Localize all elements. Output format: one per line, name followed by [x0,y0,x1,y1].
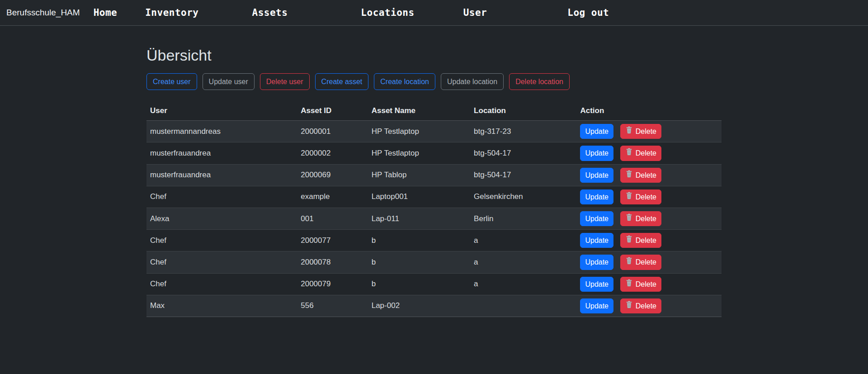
update-button-label: Update [585,170,609,180]
delete-button-label: Delete [636,257,656,267]
nav-item: User [463,7,487,18]
cell-action: Update Delete [576,208,722,229]
nav-link[interactable]: Log out [567,7,609,18]
cell-action: Update Delete [576,142,722,164]
toolbar-button[interactable]: Create user [146,73,197,90]
cell-asset-id: 2000002 [297,142,368,164]
trash-icon [625,301,633,311]
delete-button[interactable]: Delete [620,255,661,270]
trash-icon [625,148,633,158]
nav-link[interactable]: Inventory [145,7,198,18]
cell-action: Update Delete [576,121,722,142]
cell-asset-id: 556 [297,295,368,317]
trash-icon [625,192,633,202]
update-button[interactable]: Update [580,277,613,292]
cell-asset-name: HP Tablop [368,164,470,186]
delete-button[interactable]: Delete [620,277,661,292]
cell-user: Alexa [146,208,297,229]
update-button[interactable]: Update [580,146,613,161]
delete-button[interactable]: Delete [620,146,661,161]
nav-list: Home Inventory Assets Locations User Log… [94,7,609,18]
cell-asset-name: Laptop001 [368,186,470,208]
delete-button-label: Delete [636,148,656,158]
update-button[interactable]: Update [580,233,613,248]
toolbar-button[interactable]: Update user [203,73,255,90]
update-button[interactable]: Update [580,298,613,313]
nav-link[interactable]: Home [94,7,118,18]
toolbar-button[interactable]: Create asset [315,73,369,90]
delete-button[interactable]: Delete [620,189,661,204]
cell-asset-name: b [368,230,470,251]
update-button[interactable]: Update [580,211,613,226]
cell-user: musterfrauandrea [146,142,297,164]
cell-asset-id: 2000077 [297,230,368,251]
cell-asset-id: 2000079 [297,273,368,295]
table-row: Chef example Laptop001 Gelsenkirchen Upd… [146,186,722,208]
cell-action: Update Delete [576,230,722,251]
navbar-brand[interactable]: Berufsschule_HAM [6,8,80,18]
cell-location: btg-504-17 [470,142,576,164]
trash-icon [625,170,633,180]
trash-icon [625,213,633,224]
update-button-label: Update [585,301,609,311]
cell-asset-id: 2000069 [297,164,368,186]
table-header: User Asset ID Asset Name Location Action [146,104,722,121]
nav-link[interactable]: Assets [252,7,288,18]
update-button[interactable]: Update [580,168,613,183]
nav-item: Home [94,7,118,18]
nav-link[interactable]: User [463,7,487,18]
toolbar-button[interactable]: Create location [374,73,435,90]
trash-icon [625,279,633,289]
cell-asset-name: HP Testlaptop [368,121,470,142]
update-button-label: Update [585,279,609,289]
delete-button[interactable]: Delete [620,124,661,139]
update-button[interactable]: Update [580,189,613,204]
nav-link[interactable]: Locations [361,7,414,18]
update-button-label: Update [585,257,609,267]
table-row: Chef 2000078 b a Update Delete [146,251,722,273]
delete-button[interactable]: Delete [620,211,661,226]
cell-asset-id: example [297,186,368,208]
cell-action: Update Delete [576,251,722,273]
delete-button[interactable]: Delete [620,168,661,183]
table-row: musterfrauandrea 2000069 HP Tablop btg-5… [146,164,722,186]
cell-asset-id: 001 [297,208,368,229]
delete-button[interactable]: Delete [620,233,661,248]
cell-asset-name: b [368,273,470,295]
toolbar-button[interactable]: Delete location [509,73,570,90]
cell-action: Update Delete [576,164,722,186]
cell-asset-name: Lap-002 [368,295,470,317]
cell-asset-name: Lap-011 [368,208,470,229]
column-header-asset-id: Asset ID [297,104,368,121]
table-row: Chef 2000079 b a Update Delete [146,273,722,295]
update-button-label: Update [585,213,609,224]
cell-asset-name: HP Testlaptop [368,142,470,164]
cell-location: a [470,230,576,251]
cell-asset-id: 2000078 [297,251,368,273]
table-row: mustermannandreas 2000001 HP Testlaptop … [146,121,722,142]
toolbar-button[interactable]: Update location [441,73,504,90]
cell-location: a [470,251,576,273]
update-button[interactable]: Update [580,255,613,270]
delete-button-label: Delete [636,126,656,137]
cell-location: btg-504-17 [470,164,576,186]
cell-user: Chef [146,273,297,295]
update-button[interactable]: Update [580,124,613,139]
assets-table: User Asset ID Asset Name Location Action… [146,104,722,317]
delete-button-label: Delete [636,213,656,224]
table-row: Max 556 Lap-002 Update Delete [146,295,722,317]
nav-item: Locations [361,7,414,18]
column-header-user: User [146,104,297,121]
delete-button-label: Delete [636,301,656,311]
toolbar-button[interactable]: Delete user [260,73,310,90]
delete-button[interactable]: Delete [620,298,661,313]
table-body: mustermannandreas 2000001 HP Testlaptop … [146,121,722,317]
cell-action: Update Delete [576,186,722,208]
update-button-label: Update [585,126,609,137]
cell-action: Update Delete [576,295,722,317]
delete-button-label: Delete [636,279,656,289]
navbar: Berufsschule_HAM Home Inventory Assets L… [0,0,868,26]
update-button-label: Update [585,192,609,202]
cell-user: Max [146,295,297,317]
trash-icon [625,257,633,267]
